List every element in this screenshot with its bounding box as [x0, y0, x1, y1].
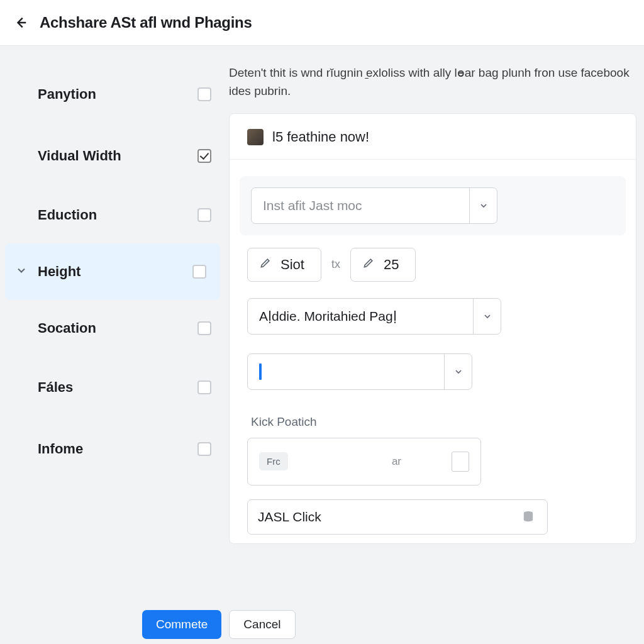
pill-value: 25 [384, 257, 399, 273]
sidebar: Panytion Vidual Width Eduction Height So… [0, 46, 225, 544]
sidebar-item-vidual-width[interactable]: Vidual Width [0, 125, 225, 187]
select-caret [248, 364, 444, 380]
chevron-down-icon [469, 188, 497, 223]
checkbox[interactable] [197, 208, 211, 222]
ar-text: ar [392, 455, 401, 468]
pill-label: Siot [280, 257, 304, 273]
settings-card: l5 feathine now! Inst afit Jast moc Siot… [229, 113, 636, 544]
chevron-down-icon [15, 264, 28, 279]
content: Panytion Vidual Width Eduction Height So… [0, 46, 644, 544]
field-group: Inst afit Jast moc [240, 176, 626, 235]
pencil-icon [362, 257, 375, 273]
sidebar-item-infome[interactable]: Infome [0, 418, 225, 480]
pencil-icon [259, 257, 272, 273]
jasl-text: JASL Click [258, 509, 518, 525]
sidebar-item-eduction[interactable]: Eduction [0, 187, 225, 243]
card-header-text: l5 feathine now! [272, 129, 369, 145]
select-empty[interactable] [247, 353, 472, 390]
description-text: Deten't thit is wnd rĭugninַ exloliss wi… [229, 64, 636, 101]
square-toggle[interactable] [452, 452, 469, 472]
row-siot: Siot tx 25 [247, 248, 618, 282]
avatar [247, 129, 264, 145]
checkbox[interactable] [197, 321, 211, 335]
select-addie[interactable]: Aḷddie. Moritahied Pagḷ [247, 298, 501, 335]
sidebar-item-label: Fáles [38, 379, 197, 396]
arrow-left-icon [14, 16, 28, 30]
sidebar-item-panytion[interactable]: Panytion [0, 64, 225, 125]
checkbox[interactable] [197, 442, 211, 456]
chevron-down-icon [444, 354, 472, 389]
card-body: Inst afit Jast moc Siot tx 25 [230, 160, 636, 543]
kick-poatich-field[interactable]: Frc ar [247, 438, 481, 486]
select-value: Aḷddie. Moritahied Pagḷ [248, 309, 473, 324]
kick-poatich-label: Kick Poatich [247, 415, 618, 429]
sidebar-item-label: Socation [38, 320, 197, 336]
sidebar-item-label: Panytion [38, 86, 197, 103]
pill-siot[interactable]: Siot [247, 248, 321, 282]
footer: Commete Cancel [0, 600, 644, 644]
sidebar-item-label: Vidual Width [38, 148, 197, 164]
checkbox[interactable] [197, 149, 211, 163]
sidebar-item-label: Eduction [38, 207, 197, 223]
checkbox[interactable] [197, 87, 211, 101]
page-title: Achshare ASt afl wnd Phagins [40, 14, 252, 31]
text-caret [259, 364, 262, 380]
select-placeholder: Inst afit Jast moc [252, 198, 469, 213]
checkbox[interactable] [192, 265, 206, 279]
checkbox[interactable] [197, 380, 211, 394]
sidebar-item-height[interactable]: Height [5, 243, 220, 300]
cancel-button[interactable]: Cancel [229, 610, 295, 639]
database-icon [518, 507, 538, 527]
tx-label: tx [331, 258, 340, 271]
header: Achshare ASt afl wnd Phagins [0, 0, 644, 46]
sidebar-item-label: Infome [38, 441, 197, 457]
main: Deten't thit is wnd rĭugninַ exloliss wi… [225, 46, 644, 544]
chevron-down-icon [473, 299, 501, 334]
select-inst-afit[interactable]: Inst afit Jast moc [251, 187, 497, 224]
back-button[interactable] [9, 11, 32, 34]
jasl-click-field[interactable]: JASL Click [247, 499, 548, 535]
sidebar-item-fales[interactable]: Fáles [0, 357, 225, 418]
sidebar-item-label: Height [38, 264, 192, 280]
commete-button[interactable]: Commete [142, 610, 221, 639]
chip-frc[interactable]: Frc [259, 452, 288, 470]
card-header: l5 feathine now! [230, 114, 636, 160]
pill-25[interactable]: 25 [350, 248, 416, 282]
sidebar-item-socation[interactable]: Socation [0, 300, 225, 357]
